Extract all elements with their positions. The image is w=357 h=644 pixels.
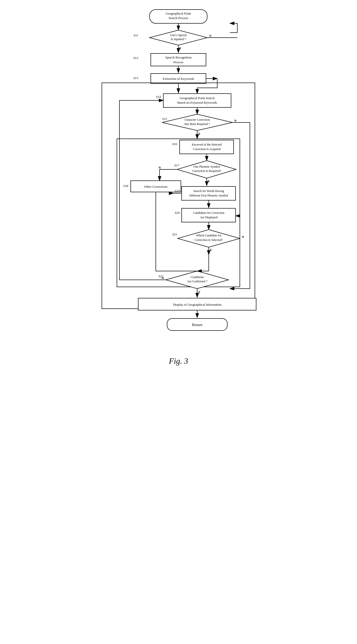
s15-n: N [234,119,237,122]
s11-n: N [209,34,211,38]
s15-y: Y [198,132,200,136]
s22-n: N [162,276,164,280]
s20-label: S20 [175,211,180,215]
svg-rect-27 [182,208,236,222]
fig-caption-text: Fig. 3 [169,356,188,365]
s14-text1: Geographical Point Search [180,96,215,100]
s21-y: Y [210,248,212,252]
end-text: Return [192,323,202,327]
s17-text2: Correction Is Required? [192,169,221,173]
s22-y: Y [198,290,200,294]
s19-text1: Search for Words Having [193,189,224,193]
s18-text: Other Corrections [144,185,168,188]
s21-text1: Which Candidate for [196,234,222,237]
s17-label: S17 [174,163,179,167]
s15-text2: Has Been Required ? [184,122,210,126]
s21-label: S21 [172,232,177,236]
page: Geographical Point Search Process S11 Us… [89,5,268,366]
s14-label: S14 [156,95,161,99]
s16-text2: Correction Is Acquired [193,147,221,151]
s12-text1: Speech Recognition [165,55,192,59]
start-label2: Search Process [169,16,188,20]
s19-text2: Different First Phonetic Symbol [189,194,228,197]
s11-text1: User's Speech [170,33,187,37]
s17-text1: One Phonetic Symbol [193,165,220,168]
svg-rect-19 [180,140,234,154]
flowchart-diagram: Geographical Point Search Process S11 Us… [89,5,268,351]
s12-label: S12 [133,56,138,60]
s15-label: S15 [162,117,167,121]
s13-text: Extraction of Keywords [163,77,194,81]
s17-n: N [159,166,161,169]
s22-text1: Conditions [191,275,204,279]
s20-text2: Are Displayed [200,216,218,219]
s17-y: Y [208,179,210,183]
s16-label: S16 [172,142,177,146]
s21-text2: Correction Is Selected? [195,238,223,242]
s22-text2: Are Confirmed ? [187,280,207,283]
s16-text1: Keyword of the Selected [192,143,222,146]
flowchart-svg: Geographical Point Search Process S11 Us… [89,5,268,351]
s21-n: N [242,235,244,239]
s20-text1: Candidates for Correction [193,211,225,215]
s12-text2: Process [173,60,183,64]
s11-label: S11 [133,33,138,37]
s23-text: Display of Geographical Information [173,303,222,306]
s11-y: Y [179,46,181,50]
s18-label: S18 [123,184,128,188]
s14-text2: Based on Extracted Keywords [177,101,217,104]
svg-rect-24 [182,186,236,200]
s11-text2: Is Inputted ? [171,37,186,41]
start-label: Geographical Point [166,12,191,15]
figure-caption: Fig. 3 [89,356,268,366]
s19-label: S19 [175,189,180,193]
s15-text1: Character Correction [185,118,210,121]
s13-label: S13 [133,76,138,80]
